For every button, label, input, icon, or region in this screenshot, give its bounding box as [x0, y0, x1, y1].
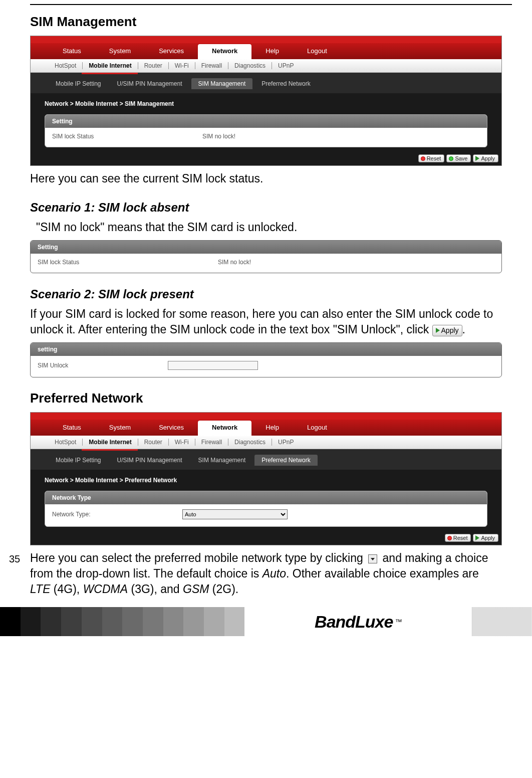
scenario-2-text-a: If your SIM card is locked for some reas… [30, 307, 493, 336]
network-type-panel: Network Type Network Type: Auto [45, 491, 487, 527]
tab-services[interactable]: Services [145, 420, 198, 436]
reset-button[interactable]: Reset [418, 154, 445, 162]
action-bar: Reset Save Apply [31, 152, 501, 165]
subtab-hotspot[interactable]: HotSpot [49, 62, 83, 69]
sim-unlock-input[interactable] [168, 361, 258, 370]
subtab-wifi[interactable]: Wi-Fi [169, 439, 195, 446]
apply-label: Apply [441, 326, 459, 335]
reset-label: Reset [453, 535, 468, 541]
ttab-preferred-network[interactable]: Preferred Network [254, 78, 317, 89]
heading-preferred-network: Preferred Network [30, 391, 502, 406]
save-label: Save [455, 155, 467, 161]
subtab-mobile-internet[interactable]: Mobile Internet [83, 62, 138, 69]
apply-icon [436, 328, 440, 333]
sim-lock-status-label: SIM lock Status [38, 259, 218, 266]
main-tabs: Status System Services Network Help Logo… [31, 43, 501, 59]
panel-header: Setting [45, 115, 487, 128]
apply-button[interactable]: Apply [473, 154, 498, 162]
ttab-mobile-ip-setting[interactable]: Mobile IP Setting [49, 78, 108, 89]
sim-lock-status-value: SIM no lock! [202, 133, 235, 140]
top-red-strip [31, 413, 501, 420]
apply-label: Apply [481, 155, 495, 161]
setting-row: SIM Unlock [31, 356, 501, 377]
setting-row: SIM lock Status SIM no lock! [45, 128, 487, 147]
subtab-upnp[interactable]: UPnP [272, 62, 300, 69]
main-tabs: Status System Services Network Help Logo… [31, 420, 501, 436]
footer-stripes [472, 607, 532, 636]
tertiary-tabs: Mobile IP Setting U/SIM PIN Management S… [31, 74, 501, 93]
pn-text-d: (4G), [50, 582, 83, 596]
subtab-mobile-internet[interactable]: Mobile Internet [83, 439, 138, 446]
subtab-wifi[interactable]: Wi-Fi [169, 62, 195, 69]
reset-button[interactable]: Reset [445, 534, 471, 542]
page-number: 35 [9, 553, 20, 565]
screenshot-setting-no-lock: Setting SIM lock Status SIM no lock! [30, 240, 502, 273]
ttab-preferred-network[interactable]: Preferred Network [254, 455, 317, 466]
trademark-symbol: ™ [395, 618, 402, 626]
subtab-upnp[interactable]: UPnP [272, 439, 300, 446]
subtab-firewall[interactable]: Firewall [195, 62, 228, 69]
reset-label: Reset [427, 155, 441, 161]
sub-tabs: HotSpot Mobile Internet Router Wi-Fi Fir… [31, 436, 501, 449]
tab-services[interactable]: Services [145, 43, 198, 59]
pn-choice-gsm: GSM [183, 582, 209, 596]
tab-logout[interactable]: Logout [293, 420, 341, 436]
scenario-2-text: If your SIM card is locked for some reas… [30, 306, 502, 337]
network-type-label: Network Type: [52, 511, 182, 518]
subtab-firewall[interactable]: Firewall [195, 439, 228, 446]
sim-unlock-label: SIM Unlock [38, 362, 168, 369]
dropdown-icon [368, 554, 377, 563]
pn-text-c: . Other available choice examples are [286, 567, 479, 580]
pn-choice-wcdma: WCDMA [83, 582, 128, 596]
subtab-diagnostics[interactable]: Diagnostics [228, 439, 272, 446]
panel-header: setting [31, 343, 501, 356]
save-icon [449, 156, 453, 161]
ttab-sim-management[interactable]: SIM Management [191, 455, 253, 466]
screenshot-sim-management: Status System Services Network Help Logo… [30, 36, 502, 166]
scenario-2-text-b: . [462, 323, 465, 336]
tab-help[interactable]: Help [251, 420, 293, 436]
sim-lock-status-value: SIM no lock! [218, 259, 251, 266]
panel-header: Setting [31, 241, 501, 254]
tab-system[interactable]: System [95, 420, 145, 436]
sim-lock-status-label: SIM lock Status [52, 133, 202, 140]
heading-scenario-1: Scenario 1: SIM lock absent [30, 201, 502, 215]
network-type-select[interactable]: Auto [182, 509, 288, 519]
ttab-usim-pin-management[interactable]: U/SIM PIN Management [110, 78, 189, 89]
subtab-router[interactable]: Router [138, 62, 169, 69]
intro-text: Here you can see the current SIM lock st… [30, 171, 502, 186]
tab-network[interactable]: Network [198, 421, 251, 436]
tab-system[interactable]: System [95, 43, 145, 59]
apply-icon [475, 156, 479, 161]
subtab-active-marker [82, 73, 138, 74]
tab-status[interactable]: Status [49, 43, 95, 59]
pn-default-choice: Auto [262, 567, 286, 580]
footer-gradient-blocks [0, 607, 245, 636]
tertiary-tabs: Mobile IP Setting U/SIM PIN Management S… [31, 451, 501, 470]
panel-header: Network Type [45, 491, 487, 504]
tab-logout[interactable]: Logout [293, 43, 341, 59]
subtab-router[interactable]: Router [138, 439, 169, 446]
tab-help[interactable]: Help [251, 43, 293, 59]
tab-status[interactable]: Status [49, 420, 95, 436]
subtab-hotspot[interactable]: HotSpot [49, 439, 83, 446]
tab-network[interactable]: Network [198, 44, 251, 59]
subtab-diagnostics[interactable]: Diagnostics [228, 62, 272, 69]
pn-text-f: (2G). [209, 582, 238, 596]
heading-sim-management: SIM Management [30, 14, 502, 30]
action-bar: Reset Apply [31, 532, 501, 545]
brand-logo-text: BandLuxe [315, 612, 393, 632]
screenshot-setting-sim-unlock: setting SIM Unlock [30, 342, 502, 377]
reset-icon [447, 536, 452, 540]
preferred-network-text: Here you can select the preferred mobile… [30, 550, 502, 597]
setting-row: Network Type: Auto [45, 504, 487, 526]
apply-button[interactable]: Apply [473, 534, 498, 542]
heading-scenario-2: Scenario 2: SIM lock present [30, 287, 502, 301]
screenshot-preferred-network: Status System Services Network Help Logo… [30, 412, 502, 545]
setting-row: SIM lock Status SIM no lock! [31, 254, 501, 273]
save-button[interactable]: Save [446, 154, 471, 162]
ttab-sim-management[interactable]: SIM Management [191, 78, 253, 89]
ttab-usim-pin-management[interactable]: U/SIM PIN Management [110, 455, 189, 466]
footer-bar: BandLuxe™ [0, 607, 532, 636]
ttab-mobile-ip-setting[interactable]: Mobile IP Setting [49, 455, 108, 466]
